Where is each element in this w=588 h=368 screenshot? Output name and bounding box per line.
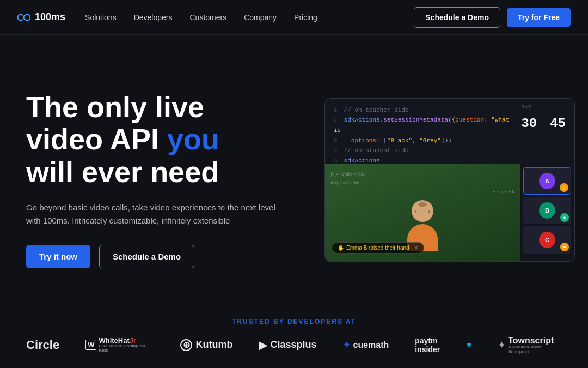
demo-ui: DAY 30 45 1// on teacher side 2sdkAction… [324,98,575,262]
logo[interactable]: 100ms [17,11,65,23]
logo-cuemath: ✦ cuemath [343,340,389,350]
svg-point-0 [18,14,24,20]
trusted-section: TRUSTED BY DEVELOPERS AT Circle W WhiteH… [0,303,588,368]
participant-avatar-3: C [539,232,555,248]
participant-thumb-3: C ● [523,226,571,254]
navigation: 100ms Solutions Developers Customers Com… [0,0,588,35]
nav-schedule-demo-button[interactable]: Schedule a Demo [414,7,500,28]
logo-icon [17,13,30,22]
nav-links: Solutions Developers Customers Company P… [85,13,414,22]
nav-solutions[interactable]: Solutions [85,13,117,22]
participant-avatar-1: A [539,173,555,189]
day-45: 45 [550,113,566,135]
reaction-2: ● [560,213,569,222]
day-label: DAY [521,105,531,110]
participant-avatar-2: B [539,202,555,219]
day-30: 30 [521,113,537,135]
hero-buttons: Try it now Schedule a Demo [26,245,298,268]
reaction-3: ● [560,243,569,251]
hero-section: The only live video API you will ever ne… [0,35,588,303]
logo-paytm: paytm insider♥ [415,336,471,354]
logo-circle: Circle [26,338,59,352]
logo-townscript: ✦ Townscript A BookMyShow Enterprise [498,336,562,354]
reaction-1: ✋ [560,183,568,192]
schedule-demo-button[interactable]: Schedule a Demo [99,245,194,268]
logo-whitehat: W WhiteHatJr Live Online Coding for Kids [85,337,154,353]
nav-try-free-button[interactable]: Try for Free [507,8,571,27]
nav-company[interactable]: Company [244,13,277,22]
nav-actions: Schedule a Demo Try for Free [414,7,571,28]
trusted-logos: Circle W WhiteHatJr Live Online Coding f… [26,336,562,354]
nav-customers[interactable]: Customers [189,13,226,22]
participant-thumb-1: A ✋ [523,167,571,195]
logo-classplus: ▶ Classplus [259,339,316,352]
main-video: ∫√(4+x²)dx ≈ ½x√ f(x) = ax² + bx + c y =… [325,164,520,262]
trusted-label: TRUSTED BY DEVELOPERS AT [232,318,356,325]
participant-thumb-2: B ● [523,197,571,224]
hero-title: The only live video API you will ever ne… [26,91,298,188]
nav-developers[interactable]: Developers [134,13,173,22]
video-area: ∫√(4+x²)dx ≈ ½x√ f(x) = ax² + bx + c y =… [325,164,574,262]
try-it-now-button[interactable]: Try it now [26,245,90,268]
hero-description: Go beyond basic video calls, take video … [26,201,277,227]
svg-point-1 [24,14,30,20]
hero-right: DAY 30 45 1// on teacher side 2sdkAction… [324,98,575,262]
logo-kutumb: ⊕ Kutumb [180,339,232,351]
participant-sidebar: A ✋ B ● C ● [520,164,574,262]
raise-hand-notification: ✋ Emma B raised their hand ✕ [332,242,424,254]
hero-left: The only live video API you will ever ne… [26,91,298,268]
nav-pricing[interactable]: Pricing [294,13,317,22]
code-panel: DAY 30 45 1// on teacher side 2sdkAction… [325,99,574,164]
